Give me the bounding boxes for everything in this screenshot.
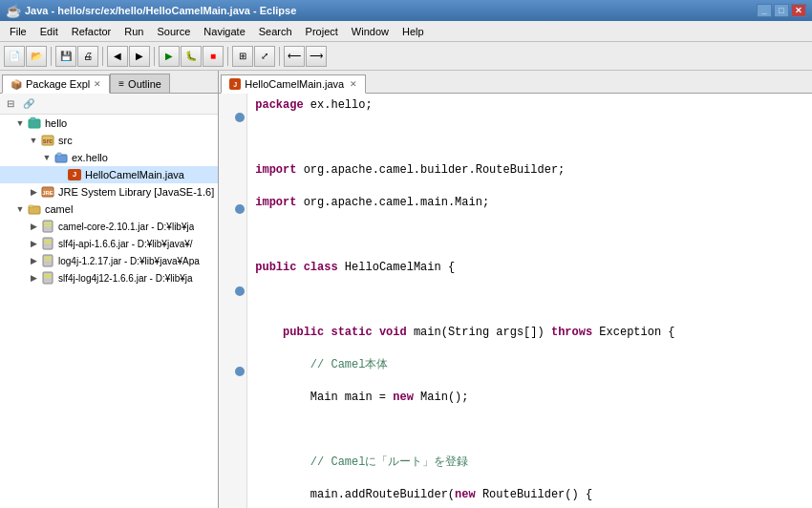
expand-camelcore[interactable]: ▶: [27, 222, 40, 231]
menu-source[interactable]: Source: [151, 24, 196, 39]
no-expand: ▶: [53, 170, 67, 180]
menu-file[interactable]: File: [4, 24, 32, 39]
code-line: [255, 130, 812, 146]
expand-log4j[interactable]: ▶: [27, 256, 40, 265]
package-explorer-icon: 📦: [11, 79, 22, 90]
print-button[interactable]: 🖨: [77, 46, 98, 67]
code-line: Main main = new Main();: [255, 390, 812, 406]
menu-refactor[interactable]: Refactor: [66, 24, 118, 39]
tab-outline-label: Outline: [128, 78, 161, 90]
jre-icon: JRE: [40, 184, 55, 200]
code-line: import org.apache.camel.builder.RouteBui…: [255, 162, 812, 179]
toolbar-group-3: ◀ ▶: [107, 46, 150, 67]
toolbar-sep-1: [51, 47, 52, 66]
code-area[interactable]: package ex.hello; import org.apache.came…: [219, 94, 812, 508]
editor-tab-hellomain[interactable]: J HelloCamelMain.java ✕: [221, 74, 366, 94]
expand-jre[interactable]: ▶: [27, 187, 40, 197]
code-line: public class HelloCamelMain {: [255, 260, 812, 276]
perspective-button[interactable]: ⊞: [232, 46, 253, 67]
nav-forward[interactable]: ⟶: [306, 46, 327, 67]
tree-label-hello: hello: [45, 117, 67, 129]
menu-navigate[interactable]: Navigate: [198, 24, 250, 39]
tree-node-camelcore[interactable]: ▶ camel-core-2.10.1.jar - D:¥lib¥ja: [0, 218, 218, 235]
expand-slf4japi[interactable]: ▶: [27, 239, 40, 248]
main-layout: 📦 Package Expl ✕ ≡ Outline ⊟ 🔗 ▼: [0, 71, 812, 508]
editor-tab-hellomain-label: HelloCamelMain.java: [245, 78, 344, 90]
expand-camel[interactable]: ▼: [13, 204, 27, 214]
toolbar-sep-2: [102, 47, 103, 66]
hello-project-icon: [27, 116, 42, 131]
menu-run[interactable]: Run: [118, 24, 149, 39]
title-bar: ☕ Java - hello/src/ex/hello/HelloCamelMa…: [0, 0, 812, 21]
gutter-mark-3: [235, 286, 245, 296]
tree-node-exhello[interactable]: ▼ ex.hello: [0, 149, 218, 166]
stop-button[interactable]: ■: [203, 46, 224, 67]
camel-folder-icon: [27, 201, 42, 217]
code-line: [255, 292, 812, 308]
gutter-mark-4: [235, 367, 245, 376]
forward-button[interactable]: ▶: [129, 46, 150, 67]
tree-node-jre[interactable]: ▶ JRE JRE System Library [JavaSE-1.6]: [0, 183, 218, 201]
tab-package-close[interactable]: ✕: [94, 79, 101, 89]
tree-node-camel[interactable]: ▼ camel: [0, 201, 218, 218]
maximize-view-button[interactable]: ⤢: [254, 46, 275, 67]
open-button[interactable]: 📂: [26, 46, 47, 67]
tab-package-explorer-label: Package Expl: [26, 78, 90, 90]
code-editor[interactable]: package ex.hello; import org.apache.came…: [247, 94, 812, 508]
editor-tab-close[interactable]: ✕: [350, 79, 357, 89]
run-button[interactable]: ▶: [159, 46, 180, 67]
title-bar-controls[interactable]: _ □ ✕: [757, 4, 806, 17]
expand-src[interactable]: ▼: [27, 136, 40, 145]
code-line: [255, 227, 812, 243]
save-button[interactable]: 💾: [55, 46, 76, 67]
menu-help[interactable]: Help: [396, 24, 430, 39]
tree-label-slf4jlog: slf4j-log4j12-1.6.6.jar - D:¥lib¥ja: [58, 273, 193, 284]
expand-slf4jlog[interactable]: ▶: [27, 273, 40, 283]
svg-rect-18: [44, 260, 52, 262]
toolbar-sep-5: [279, 47, 280, 66]
tab-package-explorer[interactable]: 📦 Package Expl ✕: [2, 74, 110, 94]
tree-label-log4j: log4j-1.2.17.jar - D:¥lib¥java¥Apa: [58, 256, 200, 266]
debug-button[interactable]: 🐛: [181, 46, 202, 67]
svg-rect-5: [57, 153, 61, 156]
toolbar-sep-3: [154, 47, 155, 66]
menu-window[interactable]: Window: [346, 24, 395, 39]
tree-node-src[interactable]: ▼ src src: [0, 132, 218, 149]
code-line: // Camel本体: [255, 357, 812, 373]
tree-label-hellomain: HelloCamelMain.java: [85, 169, 184, 180]
tree-node-log4j[interactable]: ▶ log4j-1.2.17.jar - D:¥lib¥java¥Apa: [0, 252, 218, 269]
menu-edit[interactable]: Edit: [34, 24, 64, 39]
package-tree[interactable]: ▼ hello ▼ src: [0, 115, 218, 508]
menu-bar: File Edit Refactor Run Source Navigate S…: [0, 21, 812, 42]
tree-label-camelcore: camel-core-2.10.1.jar - D:¥lib¥ja: [58, 222, 194, 232]
expand-exhello[interactable]: ▼: [40, 153, 53, 162]
tree-node-slf4japi[interactable]: ▶ slf4j-api-1.6.6.jar - D:¥lib¥java¥/: [0, 235, 218, 252]
nav-back[interactable]: ⟵: [284, 46, 305, 67]
svg-rect-14: [44, 240, 52, 242]
svg-rect-9: [29, 205, 33, 208]
tab-outline[interactable]: ≡ Outline: [110, 74, 170, 93]
tree-node-slf4jlog[interactable]: ▶ slf4j-log4j12-1.6.6.jar - D:¥lib¥ja: [0, 269, 218, 286]
window-title: Java - hello/src/ex/hello/HelloCamelMain…: [25, 5, 296, 16]
tree-label-camel: camel: [45, 203, 73, 215]
code-line: public static void main(String args[]) t…: [255, 325, 812, 341]
maximize-button[interactable]: □: [774, 4, 789, 17]
collapse-all-button[interactable]: ⊟: [2, 95, 19, 113]
close-button[interactable]: ✕: [791, 4, 806, 17]
menu-project[interactable]: Project: [300, 24, 344, 39]
left-panel: 📦 Package Expl ✕ ≡ Outline ⊟ 🔗 ▼: [0, 71, 219, 508]
jar-icon-3: [40, 253, 55, 268]
tree-label-exhello: ex.hello: [72, 152, 108, 163]
link-editor-button[interactable]: 🔗: [20, 95, 37, 113]
tree-label-jre: JRE System Library [JavaSE-1.6]: [58, 186, 214, 198]
package-icon: [53, 150, 69, 165]
minimize-button[interactable]: _: [757, 4, 772, 17]
app-icon: ☕: [6, 4, 21, 18]
code-line: package ex.hello;: [255, 97, 812, 114]
tree-node-hello[interactable]: ▼ hello: [0, 115, 218, 132]
tree-node-hellomain[interactable]: ▶ J HelloCamelMain.java: [0, 166, 218, 183]
expand-hello[interactable]: ▼: [13, 118, 27, 128]
new-button[interactable]: 📄: [4, 46, 25, 67]
back-button[interactable]: ◀: [107, 46, 128, 67]
menu-search[interactable]: Search: [253, 24, 298, 39]
